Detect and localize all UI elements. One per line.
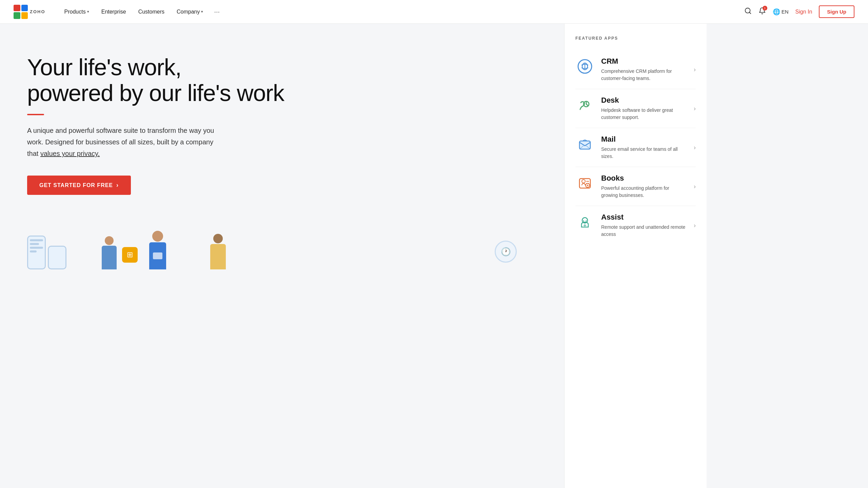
featured-apps-label: FEATURED APPS	[575, 36, 696, 41]
clock-decoration: 🕐	[495, 241, 517, 263]
puzzle-decoration: ⊞	[122, 247, 138, 263]
cta-arrow-icon: ›	[116, 182, 119, 189]
assist-name: Assist	[601, 213, 687, 222]
app-crm[interactable]: CRM Comprehensive CRM platform for custo…	[575, 50, 696, 89]
notification-icon[interactable]: 1	[758, 7, 766, 16]
mail-chevron-icon: ›	[694, 144, 696, 151]
desk-info: Desk Helpdesk software to deliver great …	[601, 96, 687, 121]
books-chevron-icon: ›	[694, 183, 696, 190]
books-icon	[575, 174, 594, 193]
app-books[interactable]: Books Powerful accounting platform for g…	[575, 167, 696, 206]
signin-button[interactable]: Sign In	[795, 9, 812, 15]
books-desc: Powerful accounting platform for growing…	[601, 185, 687, 199]
assist-icon	[575, 213, 594, 232]
language-selector[interactable]: 🌐 EN	[773, 8, 789, 16]
hero-title: Your life's work, powered by our life's …	[27, 54, 537, 106]
nav-right: 1 🌐 EN Sign In Sign Up	[744, 5, 854, 18]
hero-divider	[27, 114, 44, 115]
phone-mockup	[27, 236, 66, 269]
desk-desc: Helpdesk software to deliver great custo…	[601, 107, 687, 121]
desk-chevron-icon: ›	[694, 105, 696, 112]
logo-sq-blue	[21, 5, 28, 12]
logo-squares	[14, 5, 28, 19]
logo-sq-green	[14, 12, 20, 19]
mail-info: Mail Secure email service for teams of a…	[601, 135, 687, 160]
nav-products[interactable]: Products ▾	[59, 6, 95, 18]
nav-enterprise[interactable]: Enterprise	[96, 6, 132, 18]
books-info: Books Powerful accounting platform for g…	[601, 174, 687, 199]
phone-shape-small	[48, 246, 66, 269]
crm-name: CRM	[601, 57, 687, 66]
svg-line-1	[749, 12, 751, 14]
apps-panel: FEATURED APPS CRM Comprehensive CRM plat…	[564, 24, 707, 488]
mail-name: Mail	[601, 135, 687, 144]
app-mail[interactable]: Mail Secure email service for teams of a…	[575, 128, 696, 167]
assist-info: Assist Remote support and unattended rem…	[601, 213, 687, 238]
mail-desc: Secure email service for teams of all si…	[601, 146, 687, 160]
illustration-area: ⊞ 🕐	[27, 215, 537, 269]
svg-point-7	[582, 180, 585, 183]
person-3	[210, 234, 226, 269]
desk-name: Desk	[601, 96, 687, 105]
person-1	[102, 236, 117, 269]
privacy-link[interactable]: values your privacy.	[40, 150, 100, 157]
nav-customers[interactable]: Customers	[133, 6, 170, 18]
nav-items: Products ▾ Enterprise Customers Company …	[59, 5, 744, 18]
assist-desc: Remote support and unattended remote acc…	[601, 224, 687, 238]
logo[interactable]: ZOHO	[14, 5, 45, 19]
mail-icon	[575, 135, 594, 154]
signup-button[interactable]: Sign Up	[819, 5, 854, 18]
globe-icon: 🌐	[773, 8, 780, 16]
logo-sq-red	[14, 5, 20, 12]
main-content: Your life's work, powered by our life's …	[0, 24, 868, 488]
crm-info: CRM Comprehensive CRM platform for custo…	[601, 57, 687, 82]
hero-subtitle: A unique and powerful software suite to …	[27, 125, 224, 159]
phone-shape	[27, 236, 46, 269]
person-2	[149, 231, 166, 269]
books-name: Books	[601, 174, 687, 183]
logo-sq-yellow	[21, 12, 28, 19]
crm-icon	[575, 57, 594, 76]
company-chevron-icon: ▾	[201, 9, 203, 14]
logo-text: ZOHO	[30, 9, 45, 14]
assist-chevron-icon: ›	[694, 222, 696, 229]
crm-chevron-icon: ›	[694, 66, 696, 73]
nav-company[interactable]: Company ▾	[171, 6, 209, 18]
cta-button[interactable]: GET STARTED FOR FREE ›	[27, 176, 131, 195]
more-options-icon[interactable]: ···	[210, 5, 224, 18]
notification-badge: 1	[763, 6, 767, 11]
navbar: ZOHO Products ▾ Enterprise Customers Com…	[0, 0, 868, 24]
products-chevron-icon: ▾	[87, 9, 89, 14]
search-icon[interactable]	[744, 7, 752, 16]
hero-section: Your life's work, powered by our life's …	[0, 24, 564, 488]
app-desk[interactable]: Desk Helpdesk software to deliver great …	[575, 89, 696, 128]
app-assist[interactable]: Assist Remote support and unattended rem…	[575, 206, 696, 245]
desk-icon	[575, 96, 594, 115]
crm-desc: Comprehensive CRM platform for customer-…	[601, 68, 687, 82]
